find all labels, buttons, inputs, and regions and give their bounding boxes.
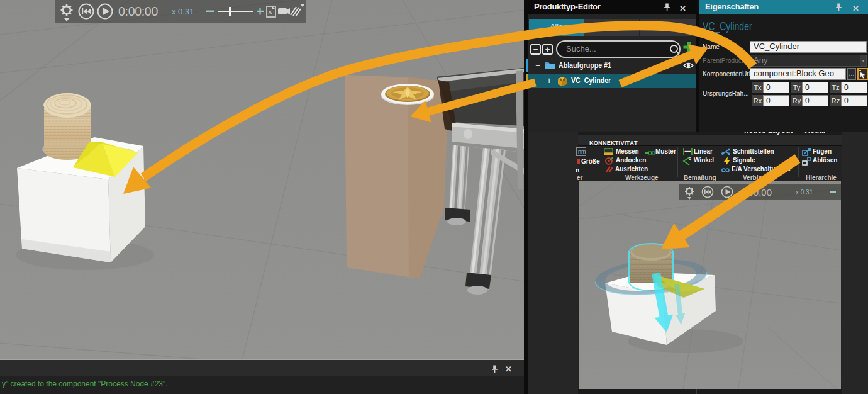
svg-text:A: A [268,9,272,16]
svg-text:x 0.31: x 0.31 [796,189,813,196]
svg-text:0:00:00: 0:00:00 [118,4,158,18]
svg-text:0:00:00: 0:00:00 [740,187,772,198]
svg-text:x 0.31: x 0.31 [172,7,194,16]
